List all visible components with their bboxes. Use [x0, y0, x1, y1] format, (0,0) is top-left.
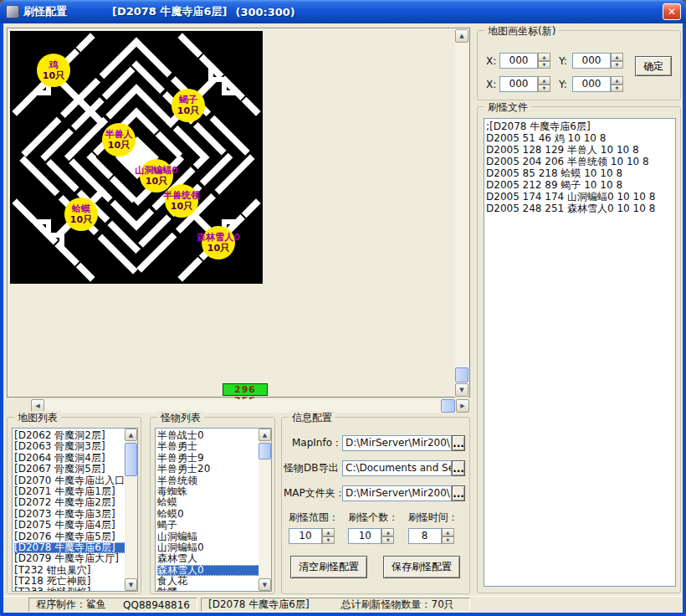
monster-list-scrollbar[interactable]: ▲ ▼: [259, 429, 271, 591]
monster-list-item[interactable]: 毒蜘蛛: [157, 486, 271, 497]
monster-list-item[interactable]: 山洞蝙蝠: [157, 531, 271, 542]
monster-list-item[interactable]: 骷髅: [157, 587, 271, 592]
map-canvas[interactable]: 鸡 10只 蝎子 10只 半兽人 10只: [10, 31, 263, 284]
monster-list-item[interactable]: 半兽统领: [157, 475, 271, 486]
spawn-setting-input[interactable]: 8: [408, 528, 442, 544]
spawn-marker[interactable]: 半兽人 10只: [102, 123, 136, 157]
clear-spawn-config-button[interactable]: 清空刷怪配置: [290, 556, 367, 578]
map-list-item[interactable]: [D2067 骨魔洞5层]: [14, 464, 137, 475]
spawn-marker[interactable]: 蝎子 10只: [172, 89, 205, 122]
map-list-item[interactable]: [D2062 骨魔洞2层]: [14, 430, 137, 441]
spawn-setting-spinner[interactable]: ▲▼: [442, 528, 454, 544]
status-bar: 程序制作：鲨鱼 QQ88948816 [D2078 牛魔寺庙6层] 总计刷新怪物…: [3, 596, 683, 613]
map-vscroll-thumb[interactable]: [455, 367, 468, 382]
spin-down-icon: ▼: [538, 85, 550, 93]
title-bar[interactable]: 刷怪配置 [D2078 牛魔寺庙6层] (300:300) ✕: [0, 0, 686, 23]
path-input[interactable]: D:\MirServer\Mir200\Me: [342, 485, 452, 501]
spawn-setting-input[interactable]: 10: [348, 528, 381, 544]
spawn-marker[interactable]: 半兽统领 10只: [165, 184, 198, 218]
monster-list-item[interactable]: 山洞蝙蝠0: [157, 542, 271, 553]
path-input[interactable]: C:\Documents and Setti: [342, 460, 452, 476]
spawn-file-line[interactable]: D2005 212 89 蝎子 10 10 8: [486, 179, 675, 191]
spawn-file-line[interactable]: D2005 204 206 半兽统领 10 10 8: [486, 156, 675, 167]
spin-up-icon: ▲: [538, 53, 550, 61]
y2-spinner[interactable]: ▲▼: [611, 76, 623, 92]
x2-spinner[interactable]: ▲▼: [538, 76, 550, 92]
y1-spinner[interactable]: ▲▼: [611, 53, 623, 69]
map-list-item[interactable]: [D2078 牛魔寺庙6层]: [14, 542, 137, 553]
monster-list-item[interactable]: 蛤蟆0: [157, 509, 271, 520]
scroll-down-button[interactable]: ▼: [455, 383, 468, 397]
map-list-item[interactable]: [T233 地狱烈焰]: [14, 587, 137, 592]
map-list-item[interactable]: [D2075 牛魔寺庙4层]: [14, 520, 137, 531]
monster-list-item[interactable]: 半兽勇士: [157, 441, 271, 452]
spawn-file-line[interactable]: D2005 128 129 半兽人 10 10 8: [486, 144, 675, 156]
map-list-item[interactable]: [D2072 牛魔寺庙2层]: [14, 497, 137, 508]
browse-button[interactable]: ...: [452, 435, 465, 451]
spawn-file-line[interactable]: ;[D2078 牛魔寺庙6层]: [486, 121, 675, 132]
spawn-setting-spinner[interactable]: ▲▼: [381, 528, 394, 544]
save-spawn-config-button[interactable]: 保存刷怪配置: [383, 556, 460, 578]
scroll-up-button[interactable]: ▲: [259, 429, 271, 441]
spawn-setting-label: 刷怪范围：: [289, 511, 340, 525]
spawn-file-line[interactable]: D2005 174 174 山洞蝙蝠0 10 10 8: [486, 191, 675, 203]
close-button[interactable]: ✕: [663, 3, 681, 20]
monster-list-scroll-thumb[interactable]: [259, 443, 271, 459]
scroll-down-button[interactable]: ▼: [125, 578, 137, 591]
path-label: MAP文件夹：: [284, 486, 342, 501]
x1-spinner[interactable]: ▲▼: [538, 53, 550, 69]
spawn-file-line[interactable]: D2005 51 46 鸡 10 10 8: [486, 132, 675, 144]
map-list-item[interactable]: [D2079 牛魔寺庙大厅]: [14, 553, 137, 564]
map-list-item[interactable]: [D2073 牛魔寺庙3层]: [14, 509, 137, 520]
monster-list-item[interactable]: 森林雪人0: [157, 565, 271, 576]
map-list-item[interactable]: [D2070 牛魔寺庙出入口]: [14, 475, 137, 486]
monster-list-item[interactable]: 森林雪人: [157, 553, 271, 564]
monster-list-item[interactable]: 蛤蟆: [157, 497, 271, 508]
map-list-item[interactable]: [D2071 牛魔寺庙1层]: [14, 486, 137, 497]
spawn-setting-input[interactable]: 10: [289, 528, 322, 544]
spin-up-icon: ▲: [442, 528, 454, 536]
map-list[interactable]: ▲ ▼ [D2062 骨魔洞2层][D2063 骨魔洞3层][D2064 骨魔洞…: [12, 428, 138, 592]
spawn-marker[interactable]: 蛤蟆 10只: [64, 198, 98, 231]
spawn-file-list[interactable]: ;[D2078 牛魔寺庙6层]D2005 51 46 鸡 10 10 8D200…: [484, 118, 676, 587]
map-list-item[interactable]: [D2076 牛魔寺庙5层]: [14, 531, 137, 542]
path-input[interactable]: D:\MirServer\Mir200\Er: [342, 435, 452, 451]
scroll-down-button[interactable]: ▼: [259, 578, 271, 591]
y1-input[interactable]: 000: [572, 53, 611, 69]
scroll-up-button[interactable]: ▲: [455, 29, 468, 43]
x2-label: X:: [486, 79, 499, 90]
browse-button[interactable]: ...: [452, 485, 465, 501]
monster-list-item[interactable]: 蝎子: [157, 520, 271, 531]
map-list-scrollbar[interactable]: ▲ ▼: [125, 429, 137, 591]
browse-button[interactable]: ...: [452, 460, 465, 476]
spawn-marker[interactable]: 森林雪人0 10只: [202, 226, 235, 259]
map-list-scroll-thumb[interactable]: [125, 443, 137, 476]
spawn-setting-spinner[interactable]: ▲▼: [322, 528, 335, 544]
x2-input[interactable]: 000: [499, 76, 538, 92]
map-horizontal-scrollbar[interactable]: [31, 399, 469, 413]
spawn-marker[interactable]: 鸡 10只: [37, 54, 70, 87]
monster-list-item[interactable]: 半兽勇士20: [157, 464, 271, 475]
status-total-monsters: 总计刷新怪物数量：70只: [341, 598, 454, 612]
x1-input[interactable]: 000: [499, 53, 538, 69]
monster-list-item[interactable]: 食人花: [157, 576, 271, 587]
map-vertical-scrollbar[interactable]: [455, 29, 468, 398]
config-path-row: MapInfo： D:\MirServer\Mir200\Er ...: [284, 435, 468, 451]
spawn-file-line[interactable]: D2005 248 251 森林雪人0 10 10 8: [486, 203, 675, 214]
map-list-item[interactable]: [T232 钳虫巢穴]: [14, 565, 137, 576]
arrow-left-icon: ◀: [35, 403, 39, 409]
spawn-setting-label: 刷怪个数：: [348, 511, 400, 525]
spawn-file-line[interactable]: D2005 85 218 蛤蟆 10 10 8: [486, 167, 675, 179]
scroll-right-button[interactable]: ▶: [456, 399, 469, 413]
map-list-item[interactable]: [D2064 骨魔洞4层]: [14, 453, 137, 464]
map-list-item[interactable]: [T218 死亡神殿]: [14, 576, 137, 587]
confirm-button[interactable]: 确定: [635, 56, 672, 76]
spawn-setting: 刷怪时间： 8 ▲▼: [408, 511, 460, 544]
monster-list-item[interactable]: 半兽勇士9: [157, 453, 271, 464]
monster-list[interactable]: ▲ ▼ 半兽战士0半兽勇士半兽勇士9半兽勇士20半兽统领毒蜘蛛蛤蟆蛤蟆0蝎子山洞…: [155, 428, 272, 592]
map-hscroll-thumb[interactable]: [441, 399, 455, 413]
monster-list-item[interactable]: 半兽战士0: [157, 430, 271, 441]
y2-input[interactable]: 000: [572, 76, 611, 92]
map-list-item[interactable]: [D2063 骨魔洞3层]: [14, 441, 137, 452]
scroll-up-button[interactable]: ▲: [125, 429, 137, 441]
